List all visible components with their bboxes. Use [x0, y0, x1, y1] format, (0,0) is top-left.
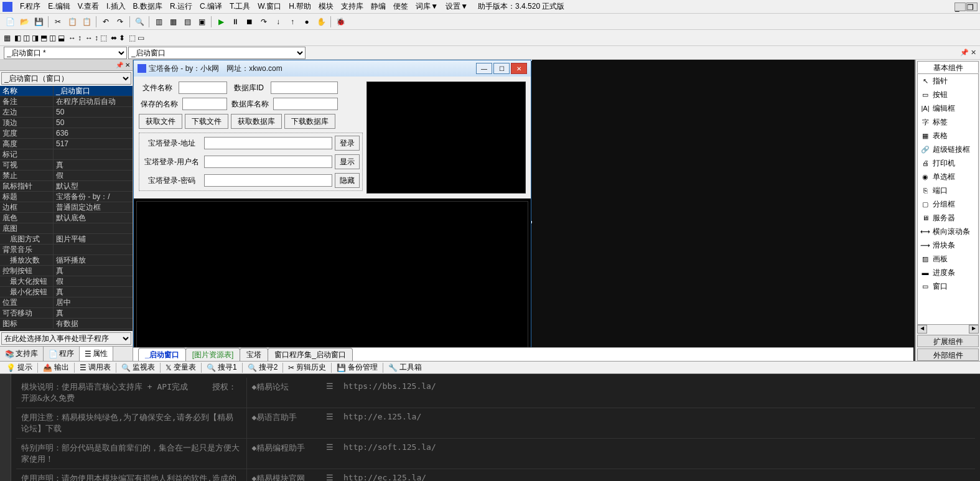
property-row[interactable]: 禁止假 — [0, 170, 133, 181]
form-designer-canvas[interactable]: 宝塔备份 - by：小k网 网址：xkwo.com — ☐ ✕ 文件名称 数据库… — [133, 60, 915, 361]
component-item[interactable]: ▬进度条 — [918, 266, 978, 279]
property-value[interactable]: 636 — [54, 128, 133, 138]
btn-login[interactable]: 登录 — [335, 136, 360, 151]
object-selector[interactable]: _启动窗口（窗口） — [1, 72, 131, 85]
component-item[interactable]: ▭按钮 — [918, 88, 978, 101]
property-row[interactable]: 位置居中 — [0, 297, 133, 308]
component-item[interactable]: ▦表格 — [918, 129, 978, 142]
align-grid-icon[interactable]: ▦ — [4, 34, 11, 42]
center-h-icon[interactable]: ⬌ — [111, 34, 117, 42]
breakpoint-icon[interactable]: ● — [301, 16, 313, 28]
window-select2[interactable]: _启动窗口 — [128, 47, 306, 59]
btn-dlfile[interactable]: 下载文件 — [185, 114, 228, 129]
property-row[interactable]: 边框普通固定边框 — [0, 202, 133, 213]
input-dbid[interactable] — [271, 82, 338, 94]
menu-supportlib[interactable]: 支持库 — [337, 1, 367, 12]
tab-startwindow[interactable]: _启动窗口 — [138, 348, 186, 362]
console-url[interactable]: http://ec.125.la/ — [338, 469, 975, 482]
menu-window[interactable]: W.窗口 — [254, 1, 285, 12]
property-row[interactable]: 备注在程序启动后自动 — [0, 96, 133, 107]
layout3-icon[interactable]: ▤ — [181, 16, 194, 28]
paste-icon[interactable]: 📋 — [80, 16, 93, 28]
tab-windowset[interactable]: 窗口程序集_启动窗口 — [268, 348, 353, 362]
property-value[interactable]: 默认底色 — [54, 213, 133, 223]
property-row[interactable]: 鼠标指针默认型 — [0, 181, 133, 192]
out-cliphist[interactable]: ✂剪辑历史 — [284, 361, 330, 374]
tab-supportlib[interactable]: 📚支持库 — [0, 347, 44, 361]
property-value[interactable]: 宝塔备份 - by：/ — [54, 192, 133, 202]
component-item[interactable]: ▭窗口 — [918, 279, 978, 293]
property-row[interactable]: 可视真 — [0, 160, 133, 170]
align-center-icon[interactable]: ◫ — [23, 34, 30, 42]
component-item[interactable]: ⟷横向滚动条 — [918, 225, 978, 238]
btn-hide[interactable]: 隐藏 — [335, 173, 360, 188]
component-item[interactable]: |A|编辑框 — [918, 101, 978, 115]
align-bottom-icon[interactable]: ⬓ — [58, 34, 65, 42]
property-value[interactable] — [54, 149, 133, 159]
menu-run[interactable]: R.运行 — [166, 1, 196, 12]
dist-h-icon[interactable]: ↔ — [68, 34, 76, 42]
tab-imageres[interactable]: [图片资源表] — [185, 348, 241, 362]
property-value[interactable]: 有数据 — [54, 319, 133, 329]
open-icon[interactable]: 📂 — [18, 16, 30, 28]
out-watch[interactable]: 🔍监视表 — [118, 361, 159, 374]
input-savename[interactable] — [182, 98, 227, 110]
property-value[interactable]: 50 — [54, 107, 133, 117]
menu-database[interactable]: B.数据库 — [129, 1, 166, 12]
menu-module[interactable]: 模块 — [315, 1, 337, 12]
out-vars[interactable]: 𝕏变量表 — [162, 361, 200, 374]
group-icon[interactable]: ▭ — [138, 34, 144, 42]
input-btuser[interactable] — [204, 156, 332, 168]
property-row[interactable]: 背景音乐 — [0, 245, 133, 255]
property-value[interactable]: 在程序启动后自动 — [54, 96, 133, 106]
pause-icon[interactable]: ⏸ — [229, 16, 241, 28]
property-row[interactable]: 图标有数据 — [0, 319, 133, 329]
tab-extend-components[interactable]: 扩展组件 — [917, 335, 979, 347]
btn-show[interactable]: 显示 — [335, 154, 360, 169]
property-row[interactable]: 可否移动真 — [0, 308, 133, 319]
console-url[interactable]: http://soft.125.la/ — [338, 439, 975, 469]
copy-icon[interactable]: 📋 — [66, 16, 78, 28]
out-calltable[interactable]: ☰调用表 — [76, 361, 114, 374]
same-w-icon[interactable]: ↔ — [85, 34, 93, 42]
form-minimize-button[interactable]: — — [476, 63, 492, 74]
input-btpwd[interactable] — [204, 174, 332, 187]
property-row[interactable]: 标记 — [0, 149, 133, 160]
new-icon[interactable]: 📄 — [4, 16, 16, 28]
component-item[interactable]: ◉单选框 — [918, 170, 978, 184]
property-row[interactable]: 底图方式图片平铺 — [0, 234, 133, 245]
property-value[interactable]: 真 — [54, 287, 133, 297]
property-value[interactable]: 普通固定边框 — [54, 202, 133, 212]
component-item[interactable]: 🔗超级链接框 — [918, 142, 978, 156]
property-row[interactable]: 左边50 — [0, 107, 133, 118]
align-left-icon[interactable]: ◧ — [14, 34, 21, 42]
save-icon[interactable]: 💾 — [32, 16, 45, 28]
out-search2[interactable]: 🔍搜寻2 — [244, 361, 282, 374]
component-item[interactable]: 🖨打印机 — [918, 156, 978, 170]
out-backup[interactable]: 💾备份管理 — [333, 361, 381, 374]
tab-basic-components[interactable]: 基本组件 — [917, 61, 979, 73]
property-value[interactable]: 真 — [54, 266, 133, 276]
component-item[interactable]: ↖指针 — [918, 74, 978, 88]
dist-v-icon[interactable]: ↕ — [78, 34, 82, 42]
input-btaddr[interactable] — [204, 137, 332, 149]
event-selector[interactable]: 在此处选择加入事件处理子程序 — [1, 332, 131, 345]
scroll-right-button[interactable]: ▶ — [969, 325, 979, 334]
property-value[interactable]: 循环播放 — [54, 255, 133, 265]
menu-compile[interactable]: C.编译 — [196, 1, 226, 12]
form-close-button[interactable]: ✕ — [511, 63, 527, 74]
menu-static[interactable]: 静编 — [367, 1, 390, 12]
same-h-icon[interactable]: ↕ — [95, 34, 98, 42]
tab-baota[interactable]: 宝塔 — [240, 348, 268, 362]
window-select1[interactable]: _启动窗口 * — [4, 47, 127, 59]
stepin-icon[interactable]: ↓ — [272, 16, 284, 28]
out-search1[interactable]: 🔍搜寻1 — [203, 361, 241, 374]
console-url[interactable]: http://e.125.la/ — [338, 408, 975, 439]
menu-note[interactable]: 便签 — [390, 1, 412, 12]
menu-tools[interactable]: T.工具 — [226, 1, 254, 12]
component-item[interactable]: 🖥服务器 — [918, 211, 978, 225]
form-titlebar[interactable]: 宝塔备份 - by：小k网 网址：xkwo.com — ☐ ✕ — [134, 60, 531, 77]
lock-icon[interactable]: ⬚ — [129, 34, 136, 42]
run-icon[interactable]: ▶ — [215, 16, 227, 28]
console-url[interactable]: https://bbs.125.la/ — [338, 378, 975, 408]
